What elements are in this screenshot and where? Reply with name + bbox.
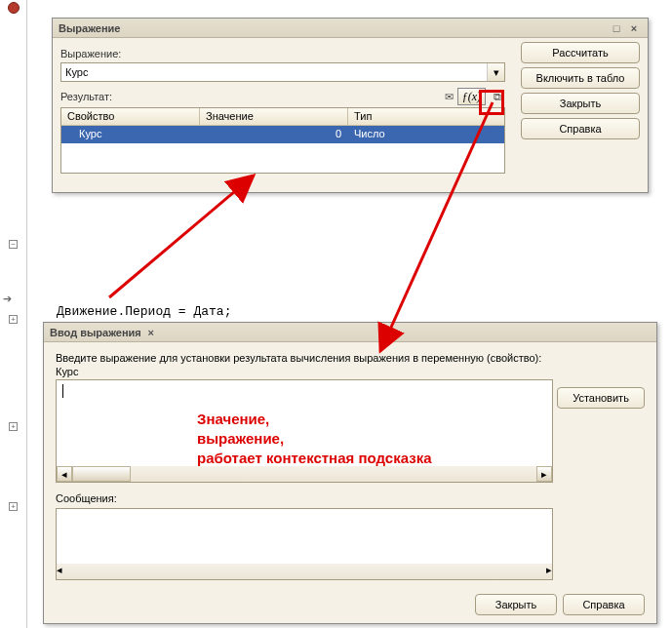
text-caret: [62, 384, 63, 398]
dialog-titlebar[interactable]: Выражение □ ×: [53, 19, 648, 38]
copy-icon[interactable]: ⧉: [490, 89, 505, 104]
help-button[interactable]: Справка: [563, 594, 645, 615]
include-table-button[interactable]: Включить в табло: [521, 67, 640, 89]
messages-area: ◂ ▸: [56, 508, 553, 580]
scroll-thumb[interactable]: [72, 466, 131, 482]
scroll-right-icon[interactable]: ▸: [536, 466, 552, 482]
expression-input[interactable]: [61, 66, 487, 78]
dropdown-icon[interactable]: ▾: [487, 63, 504, 81]
scroll-left-icon[interactable]: ◂: [57, 466, 72, 482]
input-expression-dialog: Ввод выражения × Введите выражение для у…: [43, 322, 657, 624]
maximize-icon[interactable]: □: [609, 20, 624, 36]
close-icon[interactable]: ×: [626, 20, 642, 36]
dialog-title: Выражение: [59, 22, 120, 34]
set-button[interactable]: Установить: [557, 387, 645, 409]
instruction-label: Введите выражение для установки результа…: [56, 352, 645, 364]
result-table: Свойство Значение Тип Курс 0 Число: [60, 107, 505, 174]
close-button[interactable]: Закрыть: [521, 93, 640, 114]
mail-icon[interactable]: ✉: [442, 89, 457, 104]
help-button[interactable]: Справка: [521, 118, 640, 139]
close-button[interactable]: Закрыть: [475, 594, 557, 615]
variable-label: Курс: [56, 366, 645, 377]
expression-dialog: Выражение □ × Выражение: ▾ Результат: ✉ …: [52, 18, 649, 193]
expression-input-wrap: ▾: [60, 62, 505, 82]
result-label: Результат:: [60, 91, 438, 102]
col-value[interactable]: Значение: [200, 108, 348, 125]
dialog-titlebar[interactable]: Ввод выражения ×: [44, 323, 656, 342]
annotation-text: Значение, выражение, работает контекстна…: [197, 410, 431, 468]
close-icon[interactable]: ×: [143, 325, 159, 340]
scroll-right-icon[interactable]: ▸: [546, 564, 552, 579]
col-property[interactable]: Свойство: [61, 108, 200, 125]
calculate-button[interactable]: Рассчитать: [521, 42, 640, 63]
table-row[interactable]: Курс 0 Число: [61, 126, 504, 143]
col-type[interactable]: Тип: [348, 108, 504, 125]
dialog-title: Ввод выражения: [50, 327, 141, 338]
messages-label: Сообщения:: [56, 492, 645, 504]
fx-button[interactable]: ƒ(x): [457, 88, 486, 105]
scroll-thumb[interactable]: [62, 564, 121, 579]
